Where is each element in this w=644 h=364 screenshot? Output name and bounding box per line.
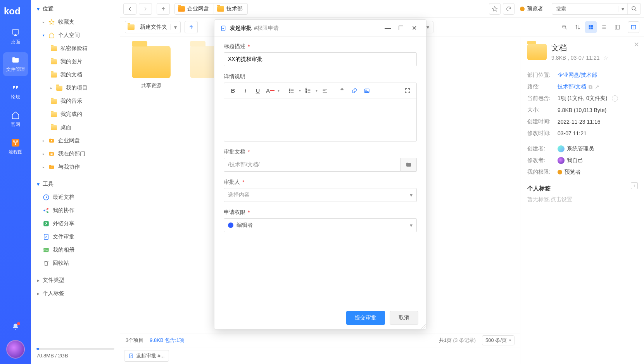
star-button[interactable] [489, 3, 501, 15]
tree-item-my-pictures[interactable]: 我的图片 [31, 55, 120, 68]
tree-item-enterprise[interactable]: ▸ 企业网盘 [31, 134, 120, 147]
tree-item-recent[interactable]: 最近文档 [31, 191, 120, 204]
org-folder-icon [48, 137, 55, 144]
view-columns-button[interactable] [611, 21, 623, 33]
resize-grip-icon[interactable] [421, 324, 426, 329]
copy-icon[interactable]: ⧉ [589, 84, 592, 90]
folder-item-shared[interactable]: 共享资源 [128, 46, 174, 89]
toggle-details-button[interactable] [628, 21, 639, 33]
caret-right-icon: ▸ [43, 139, 47, 143]
input-title-desc[interactable] [228, 53, 413, 66]
tree-item-my-docs[interactable]: 我的文档 [31, 68, 120, 81]
details-subtitle: 9.8KB , 03-07 11:21 ☆ [551, 55, 608, 61]
refresh-button[interactable] [503, 3, 515, 15]
upload-button[interactable] [185, 21, 198, 33]
task-chip-approval[interactable]: 发起审批 #... [124, 350, 169, 362]
tree-item-my-album[interactable]: 我的相册 [31, 243, 120, 257]
folder-icon [50, 58, 57, 65]
tree-header-filetype[interactable]: ▸ 文件类型 [31, 274, 120, 287]
new-folder-button[interactable]: 新建文件夹 ▾ [125, 21, 181, 33]
tree-item-trash[interactable]: 回收站 [31, 257, 120, 270]
details-close-button[interactable]: ✕ [634, 40, 639, 49]
tree-item-desktop-folder[interactable]: 桌面 [31, 121, 120, 134]
search-box[interactable]: ▾ [552, 3, 641, 15]
rail-flowchart[interactable]: 流程图 [3, 135, 28, 159]
modal-maximize-button[interactable]: ☐ [394, 22, 407, 35]
view-grid-button[interactable] [585, 21, 597, 33]
user-avatar[interactable] [6, 340, 25, 359]
nav-up-button[interactable] [157, 3, 170, 15]
role-dot-icon [558, 170, 562, 174]
editor-bold-button[interactable]: B [228, 86, 238, 96]
crumb-enterprise[interactable]: 企业网盘 [174, 3, 214, 15]
tree-item-favorites[interactable]: ▸ 收藏夹 [31, 16, 120, 29]
notification-dot-icon [17, 322, 20, 325]
editor-ul-button[interactable] [287, 86, 297, 96]
tree-item-shared-with-me[interactable]: ▸ 与我协作 [31, 160, 120, 174]
tree-item-personal[interactable]: ▾ 个人空间 [31, 29, 120, 42]
home-icon [11, 110, 20, 120]
tree-header-tags[interactable]: ▸ 个人标签 [31, 287, 120, 300]
tree-item-vault[interactable]: 私密保险箱 [31, 42, 120, 55]
tree-item-file-approval[interactable]: 文件审批 [31, 230, 120, 243]
tree-item-external-links[interactable]: 外链分享 [31, 217, 120, 230]
cancel-button[interactable]: 取消 [390, 311, 418, 325]
browse-doc-button[interactable] [401, 158, 417, 172]
link-path[interactable]: 技术部/文档 [558, 83, 586, 90]
editor-underline-button[interactable]: U [253, 86, 263, 96]
tree-item-my-projects[interactable]: ▸我的项目 [31, 81, 120, 95]
tree-item-my-dept[interactable]: ▸ 我在的部门 [31, 147, 120, 160]
rail-file-manager[interactable]: 文件管理 [3, 52, 28, 76]
notifications-icon[interactable] [12, 323, 19, 331]
star-icon [48, 19, 55, 26]
folder-icon [56, 85, 63, 91]
rail-forum[interactable]: 论坛 [3, 80, 28, 104]
tree-header-tools[interactable]: ▾ 工具 [31, 178, 120, 191]
input-approval-doc[interactable] [228, 158, 396, 171]
add-tag-button[interactable]: ＋ [631, 182, 638, 189]
svg-text:3: 3 [306, 91, 307, 93]
modal-close-button[interactable]: ✕ [407, 22, 421, 35]
modal-header[interactable]: 发起审批 #权限申请 — ☐ ✕ [214, 20, 426, 37]
view-list-button[interactable] [598, 21, 610, 33]
external-link-icon[interactable]: ↗ [595, 84, 599, 90]
nav-back-button[interactable] [123, 3, 136, 15]
editor-textcolor-button[interactable]: A [265, 86, 275, 96]
editor-body[interactable] [224, 98, 416, 141]
editor-image-button[interactable] [362, 86, 372, 96]
chevron-down-icon[interactable]: ▾ [299, 88, 301, 93]
tree-item-my-collab[interactable]: 我的协作 [31, 204, 120, 217]
select-permission[interactable]: 编辑者 ▾ [224, 218, 417, 232]
rail-official[interactable]: 官网 [3, 107, 28, 131]
link-dept-loc[interactable]: 企业网盘/技术部 [558, 72, 597, 79]
folder-icon [132, 46, 171, 78]
sort-button[interactable] [572, 21, 584, 33]
editor-quote-button[interactable]: ❝ [337, 86, 347, 96]
new-dropdown[interactable]: ▾ [170, 24, 180, 30]
page-size-select[interactable]: 500 条/页 ▾ [482, 335, 515, 345]
tree-header-location[interactable]: ▾ 位置 [31, 2, 120, 16]
select-approver[interactable]: 选择内容 ▾ [224, 188, 417, 202]
nav-forward-button[interactable] [139, 3, 152, 15]
modal-minimize-button[interactable]: — [381, 22, 394, 35]
clock-icon [43, 194, 50, 201]
star-outline-icon[interactable]: ☆ [603, 55, 608, 61]
tree-item-my-music[interactable]: 我的音乐 [31, 95, 120, 108]
editor-ol-button[interactable]: 123 [303, 86, 313, 96]
tree-item-my-done[interactable]: 我完成的 [31, 108, 120, 121]
submit-approval-button[interactable]: 提交审批 [346, 311, 385, 325]
chevron-down-icon[interactable]: ▾ [316, 88, 318, 93]
rail-desktop[interactable]: 桌面 [3, 25, 28, 48]
editor-link-button[interactable] [349, 86, 359, 96]
editor-italic-button[interactable]: I [240, 86, 250, 96]
details-tags-none[interactable]: 暂无标签,点击设置 [527, 196, 637, 203]
info-icon[interactable]: i [612, 95, 618, 102]
zoom-button[interactable] [559, 21, 570, 33]
editor-fullscreen-button[interactable] [402, 86, 413, 96]
search-dropdown[interactable]: ▾ [618, 6, 627, 12]
crumb-dept[interactable]: 技术部 [214, 3, 248, 15]
search-input[interactable] [552, 3, 618, 14]
search-button[interactable] [627, 3, 641, 14]
editor-align-button[interactable] [320, 86, 330, 96]
chevron-down-icon[interactable]: ▾ [278, 88, 280, 93]
